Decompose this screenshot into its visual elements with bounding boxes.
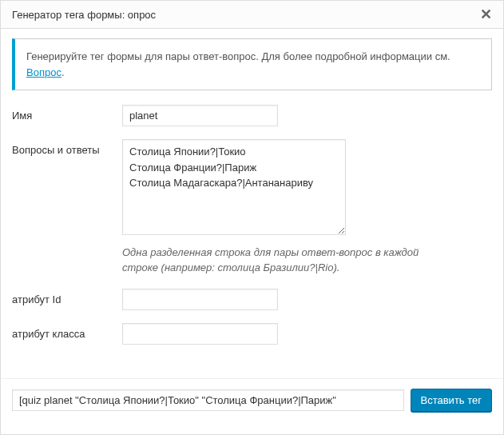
qa-hint: Одна разделенная строка для пары ответ-в… bbox=[122, 245, 442, 276]
name-input[interactable] bbox=[122, 105, 278, 126]
label-class: атрибут класса bbox=[12, 323, 122, 340]
horizontal-scrollbar[interactable] bbox=[1, 421, 503, 434]
row-qa: Вопросы и ответы Столица Японии?|Токио С… bbox=[12, 139, 492, 276]
label-qa: Вопросы и ответы bbox=[12, 139, 122, 156]
insert-tag-button[interactable]: Вставить тег bbox=[411, 389, 493, 412]
tag-generator-modal: Генератор тега формы: опрос ✕ Генерируйт… bbox=[0, 0, 504, 435]
close-icon[interactable]: ✕ bbox=[477, 7, 495, 22]
info-box: Генерируйте тег формы для пары ответ-воп… bbox=[12, 38, 492, 90]
modal-body-scroll[interactable]: Генерируйте тег формы для пары ответ-воп… bbox=[1, 29, 503, 378]
row-id: атрибут Id bbox=[12, 289, 492, 310]
id-input[interactable] bbox=[122, 289, 278, 310]
titlebar-title: Генератор тега формы: опрос bbox=[12, 9, 156, 21]
info-text: Генерируйте тег формы для пары ответ-воп… bbox=[26, 50, 450, 62]
info-link[interactable]: Вопрос bbox=[26, 66, 62, 78]
qa-textarea[interactable]: Столица Японии?|Токио Столица Франции?|П… bbox=[122, 139, 346, 235]
footer: Вставить тег bbox=[1, 378, 503, 421]
shortcode-output[interactable] bbox=[12, 389, 404, 411]
row-class: атрибут класса bbox=[12, 323, 492, 345]
titlebar: Генератор тега формы: опрос ✕ bbox=[1, 1, 503, 29]
row-name: Имя bbox=[12, 105, 492, 126]
info-text-after: . bbox=[62, 66, 65, 78]
label-name: Имя bbox=[12, 105, 122, 122]
form-table: Имя Вопросы и ответы Столица Японии?|Ток… bbox=[12, 105, 492, 345]
class-input[interactable] bbox=[122, 323, 278, 345]
label-id: атрибут Id bbox=[12, 289, 122, 305]
